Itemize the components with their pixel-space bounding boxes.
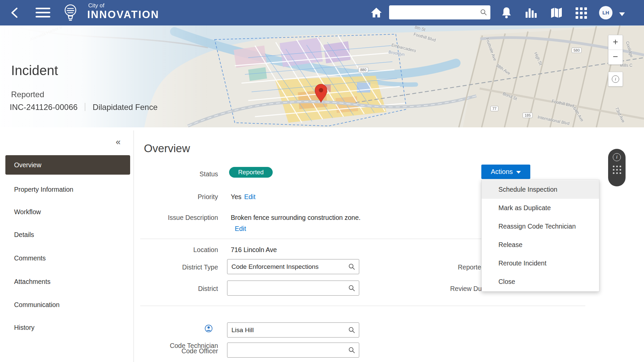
status-badge: Reported [229,167,273,178]
district-input[interactable] [227,281,359,295]
back-chevron-icon [10,7,19,18]
location-value: 716 Lincoln Ave [231,246,277,254]
global-search-input[interactable] [389,5,490,19]
hamburger-icon [36,8,50,18]
code-officer-label: Code Officer [140,347,218,355]
grid-icon [576,7,587,19]
location-label: Location [140,246,218,254]
sidebar-item-details[interactable]: Details [5,227,130,243]
zoom-out-button[interactable]: − [608,50,623,64]
district-type-label: District Type [140,263,218,271]
lightbulb-logo-icon [60,2,81,25]
sidebar-collapse-button[interactable]: « [116,137,120,147]
status-label: Status [140,170,218,178]
actions-button[interactable]: Actions [481,165,530,179]
code-officer-field [227,343,359,358]
bell-icon [501,7,512,19]
menu-item-close[interactable]: Close [482,273,599,291]
district-type-input[interactable] [227,259,359,274]
user-avatar[interactable]: LH [599,6,612,19]
incident-type: Dilapidated Fence [93,103,157,112]
map-icon [550,7,563,18]
apps-grid-button[interactable] [576,7,587,20]
global-search: ? [389,5,490,19]
menu-item-release[interactable]: Release [482,236,599,254]
menu-item-schedule-inspection[interactable]: Schedule Inspection [482,180,599,199]
incident-title: Incident [11,63,145,78]
search-icon[interactable] [348,285,356,293]
incident-id: INC-241126-00066 [10,103,77,112]
home-icon [370,7,382,18]
user-menu-caret[interactable] [619,11,625,17]
person-icon [205,324,213,334]
sidebar-item-communication[interactable]: Communication [5,297,130,313]
section-divider [140,306,585,306]
priority-value: Yes [231,193,241,201]
menu-item-reroute-incident[interactable]: Reroute Incident [482,254,599,273]
priority-label: Priority [140,193,218,201]
code-officer-input[interactable] [227,343,359,357]
logo-city-of: City of [88,2,104,9]
sidebar-item-history[interactable]: History [5,319,130,336]
district-label: District [140,285,218,293]
sidebar-item-attachments[interactable]: Attachments [5,274,130,290]
top-nav-bar: City of INNOVATION ? LH [0,0,644,25]
hamburger-menu-button[interactable] [36,8,50,19]
info-icon: i [612,75,619,83]
search-icon[interactable] [348,347,356,355]
page: City of INNOVATION ? LH [0,0,644,362]
sidebar-item-comments[interactable]: Comments [5,250,130,266]
sidebar-item-property-information[interactable]: Property Information [5,181,130,197]
home-button[interactable] [370,7,382,19]
logo-innovation: INNOVATION [87,9,159,21]
page-title: Overview [144,142,190,155]
district-type-field [227,259,359,274]
floating-info-widget[interactable]: i [608,149,626,186]
map-info-button[interactable]: i [608,72,623,86]
issue-description-label: Issue Description [140,214,218,222]
priority-edit-link[interactable]: Edit [244,193,256,201]
code-technician-input[interactable] [227,323,359,337]
sidebar-item-overview[interactable]: Overview [5,155,130,175]
info-icon[interactable]: i [613,153,621,161]
actions-button-label: Actions [491,168,513,176]
map-button[interactable] [550,7,563,20]
back-button[interactable] [10,7,19,20]
sidebar-item-workflow[interactable]: Workflow [5,204,130,220]
menu-item-reassign-code-technician[interactable]: Reassign Code Technician [482,217,599,236]
chevron-down-icon [516,171,521,174]
actions-menu: Schedule Inspection Mark as Duplicate Re… [481,180,599,292]
incident-status-text: Reported [11,90,112,99]
bar-chart-icon [525,7,537,18]
chevron-down-icon [619,12,625,16]
divider [85,103,85,111]
issue-description-value: Broken fence surrounding construction zo… [231,214,361,222]
search-icon[interactable] [480,9,487,17]
search-icon[interactable] [348,263,356,272]
map-zoom-controls: + − [608,35,623,65]
menu-item-mark-as-duplicate[interactable]: Mark as Duplicate [482,199,599,217]
issue-description-edit-link[interactable]: Edit [235,225,246,233]
analytics-button[interactable] [525,7,537,20]
zoom-in-button[interactable]: + [608,35,623,50]
sidebar-divider [133,130,134,362]
drag-handle-dots-icon[interactable] [613,166,621,174]
search-icon[interactable] [348,326,356,335]
district-field [227,281,359,296]
notifications-button[interactable] [501,7,512,20]
map-banner[interactable]: Alameda Harbor B 8th St Embarcadero Foot… [0,25,644,127]
code-technician-field [227,322,359,338]
